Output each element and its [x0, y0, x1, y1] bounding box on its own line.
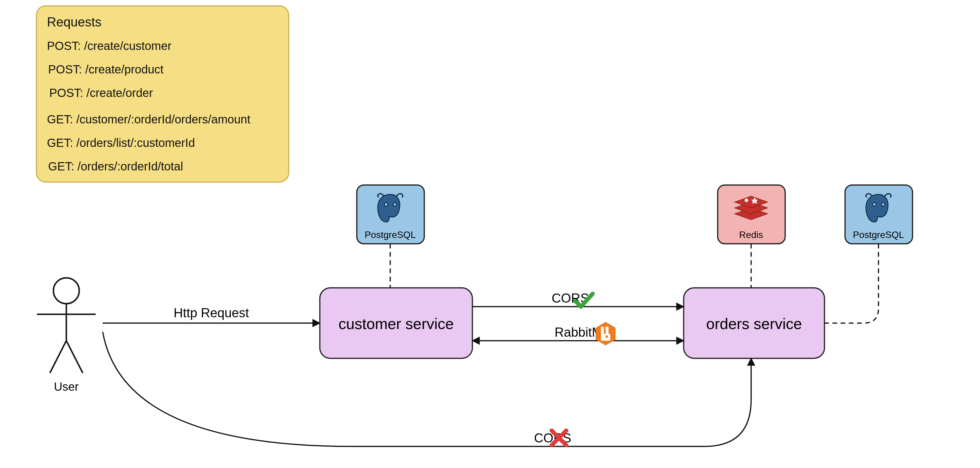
note-line-3: GET: /customer/:orderId/orders/amount [47, 113, 250, 126]
note-line-2: POST: /create/order [49, 86, 153, 99]
note-line-0: POST: /create/customer [47, 39, 172, 52]
customer-service-node: customer service [320, 288, 473, 358]
note-line-1: POST: /create/product [48, 63, 164, 76]
redis-label: Redis [739, 230, 763, 240]
postgres-1-node: PostgreSQL [357, 185, 425, 244]
svg-rect-20 [606, 335, 608, 338]
edge-http-request-label: Http Request [173, 305, 249, 320]
edge-postgres2-orders [824, 244, 878, 323]
postgres-1-label: PostgreSQL [364, 230, 415, 240]
user-label: User [54, 380, 79, 393]
svg-line-4 [50, 341, 66, 373]
redis-node: Redis [718, 185, 785, 244]
orders-service-node: orders service [684, 288, 824, 358]
postgres-2-label: PostgreSQL [853, 230, 904, 240]
customer-service-label: customer service [339, 315, 454, 332]
svg-rect-17 [601, 327, 604, 334]
user-icon [37, 278, 96, 373]
svg-point-13 [745, 199, 748, 202]
svg-rect-18 [606, 327, 608, 334]
postgres-2-node: PostgreSQL [845, 185, 913, 244]
note-line-4: GET: /orders/list/:customerId [47, 136, 195, 149]
architecture-diagram: Requests POST: /create/customer POST: /c… [0, 0, 980, 468]
requests-note: Requests POST: /create/customer POST: /c… [37, 6, 289, 182]
svg-line-5 [66, 341, 83, 373]
note-line-5: GET: /orders/:orderId/total [48, 160, 183, 173]
svg-point-1 [53, 278, 79, 304]
note-title: Requests [47, 15, 102, 29]
orders-service-label: orders service [706, 315, 802, 332]
